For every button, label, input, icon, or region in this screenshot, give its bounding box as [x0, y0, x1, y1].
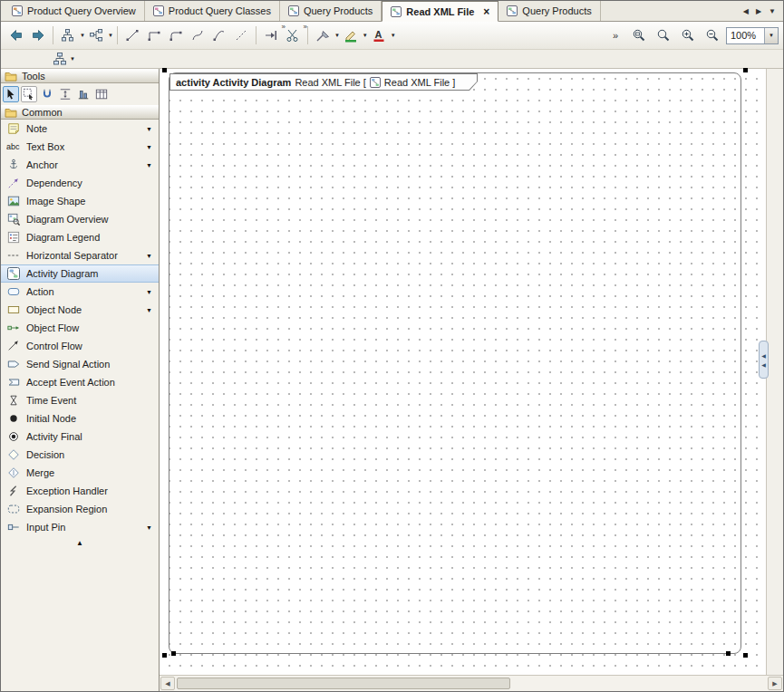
palette-item-anchor[interactable]: Anchor ▼	[1, 156, 159, 174]
spline-connector-button[interactable]	[208, 24, 230, 46]
dropdown-arrow-icon[interactable]: ▼	[146, 289, 155, 295]
palette-item-text-box[interactable]: abc Text Box ▼	[1, 138, 159, 156]
rectilinear-connector-button[interactable]	[143, 24, 165, 46]
application-window: Product Query Overview Product Query Cla…	[0, 0, 784, 692]
distribute-icon	[59, 88, 72, 101]
palette-item-image-shape[interactable]: Image Shape	[1, 192, 159, 210]
palette-item-horizontal-separator[interactable]: Horizontal Separator ▼	[1, 246, 159, 264]
palette-item-send-signal-action[interactable]: Send Signal Action	[1, 355, 159, 373]
palette-item-note[interactable]: Note ▼	[1, 120, 159, 138]
magnet-tool-button[interactable]	[39, 86, 55, 102]
dropdown-arrow-icon[interactable]: ▼	[391, 33, 396, 38]
palette-item-action[interactable]: Action ▼	[1, 283, 159, 301]
frame-resize-handle-left[interactable]	[171, 651, 176, 656]
scroll-right-icon[interactable]: ▶	[768, 677, 782, 690]
palette-item-decision[interactable]: Decision	[1, 446, 159, 464]
forward-button[interactable]	[27, 24, 49, 46]
format-painter-button[interactable]	[312, 24, 334, 46]
back-button[interactable]	[5, 24, 27, 46]
panel-collapse-handle[interactable]: ◀ ◀	[759, 341, 769, 379]
dropdown-arrow-icon[interactable]: ▼	[146, 144, 155, 150]
palette-item-merge[interactable]: Merge	[1, 464, 159, 482]
palette-item-exception-handler[interactable]: Exception Handler	[1, 482, 159, 500]
selection-handle-top-right[interactable]	[743, 68, 748, 72]
fit-connector-button[interactable]: »	[260, 24, 282, 46]
tab-list-icon[interactable]: ▼	[767, 5, 778, 17]
palette-item-expansion-region[interactable]: Expansion Region	[1, 500, 159, 518]
palette-item-diagram-overview[interactable]: Diagram Overview	[1, 210, 159, 228]
oblique-connector-button[interactable]	[121, 24, 143, 46]
cut-button[interactable]: »	[282, 24, 304, 46]
pointer-tool-button[interactable]	[3, 86, 19, 102]
dashed-connector-button[interactable]	[230, 24, 252, 46]
structure-view-button[interactable]	[51, 50, 69, 68]
tab-query-products-2[interactable]: Query Products	[498, 1, 600, 21]
font-color-group[interactable]: A ▼	[368, 24, 396, 46]
layout-vertical-group[interactable]: ▼	[57, 24, 85, 46]
prev-tab-icon[interactable]: ◀	[741, 5, 750, 17]
layout-horizontal-group[interactable]: ▼	[85, 24, 113, 46]
palette-scroll-up-button[interactable]: ▲	[1, 536, 159, 550]
sweeper-icon	[315, 28, 330, 43]
palette-item-control-flow[interactable]: Control Flow	[1, 337, 159, 355]
layout-horizontal-button[interactable]	[85, 24, 107, 46]
palette-section-tools[interactable]: Tools	[1, 69, 159, 83]
toolbar-overflow-icon[interactable]: »	[611, 30, 625, 41]
zoom-in-button[interactable]	[677, 24, 699, 46]
horizontal-scrollbar-thumb[interactable]	[177, 678, 510, 689]
tab-product-query-overview[interactable]: Product Query Overview	[4, 1, 145, 21]
activity-frame[interactable]: activity Activity Diagram Read XML File …	[169, 72, 741, 654]
zoom-fit-button[interactable]	[628, 24, 650, 46]
palette-section-label: Activity Diagram	[26, 268, 155, 279]
zoom-out-button[interactable]	[702, 24, 723, 46]
tab-product-query-classes[interactable]: Product Query Classes	[145, 1, 280, 21]
more-options-icon[interactable]: »	[303, 23, 306, 31]
dropdown-arrow-icon[interactable]: ▼	[146, 307, 155, 313]
line-color-button[interactable]	[340, 24, 362, 46]
diagram-canvas[interactable]: activity Activity Diagram Read XML File …	[160, 69, 766, 675]
align-tool-button[interactable]	[75, 86, 92, 102]
zoom-level-value[interactable]: 100%	[727, 28, 764, 43]
format-painter-group[interactable]: ▼	[312, 24, 340, 46]
dropdown-arrow-icon[interactable]: ▼	[146, 253, 155, 259]
palette-item-activity-final[interactable]: Activity Final	[1, 428, 159, 446]
palette-section-activity-diagram[interactable]: Activity Diagram	[1, 264, 159, 283]
dropdown-arrow-icon[interactable]: ▼	[70, 56, 75, 62]
frame-title-tab[interactable]: activity Activity Diagram Read XML File …	[169, 73, 478, 91]
distribute-tool-button[interactable]	[57, 86, 73, 102]
structure-view-group[interactable]: ▼	[51, 50, 75, 68]
tab-read-xml-file[interactable]: Read XML File ×	[382, 1, 498, 22]
zoom-select-button[interactable]	[653, 24, 674, 46]
palette-item-dependency[interactable]: Dependency	[1, 174, 159, 192]
palette-item-initial-node[interactable]: Initial Node	[1, 409, 159, 428]
swimlane-tool-button[interactable]	[93, 86, 110, 102]
font-color-button[interactable]: A	[368, 24, 390, 46]
scroll-left-icon[interactable]: ◀	[160, 677, 175, 690]
dropdown-arrow-icon[interactable]: ▼	[146, 126, 155, 132]
palette-item-object-node[interactable]: Object Node ▼	[1, 301, 159, 319]
rounded-rectilinear-connector-button[interactable]	[165, 24, 187, 46]
selection-handle-bottom-left[interactable]	[162, 653, 167, 658]
horizontal-scrollbar[interactable]: ◀ ▶	[160, 675, 783, 691]
zoom-level-combo[interactable]: 100% ▼	[726, 27, 779, 44]
marquee-tool-button[interactable]	[21, 86, 37, 102]
selection-handle-bottom-right[interactable]	[743, 653, 748, 658]
line-color-group[interactable]: ▼	[340, 24, 368, 46]
palette-item-time-event[interactable]: Time Event	[1, 391, 159, 409]
palette-item-diagram-legend[interactable]: Diagram Legend	[1, 228, 159, 246]
selection-handle-top-left[interactable]	[162, 68, 167, 72]
palette-item-accept-event-action[interactable]: Accept Event Action	[1, 373, 159, 391]
next-tab-icon[interactable]: ▶	[754, 5, 763, 17]
dropdown-arrow-icon[interactable]: ▼	[108, 33, 113, 38]
palette-section-common[interactable]: Common	[1, 105, 159, 120]
dropdown-arrow-icon[interactable]: ▼	[146, 162, 155, 168]
zoom-combo-dropdown-icon[interactable]: ▼	[764, 28, 778, 43]
palette-item-object-flow[interactable]: Object Flow	[1, 319, 159, 337]
close-tab-icon[interactable]: ×	[483, 6, 489, 17]
frame-resize-handle-right[interactable]	[726, 651, 731, 656]
palette-item-input-pin[interactable]: Input Pin ▼	[1, 518, 159, 536]
tab-query-products[interactable]: Query Products	[280, 1, 382, 21]
curved-connector-button[interactable]	[187, 24, 208, 46]
dropdown-arrow-icon[interactable]: ▼	[146, 524, 155, 531]
layout-vertical-button[interactable]	[57, 24, 79, 46]
